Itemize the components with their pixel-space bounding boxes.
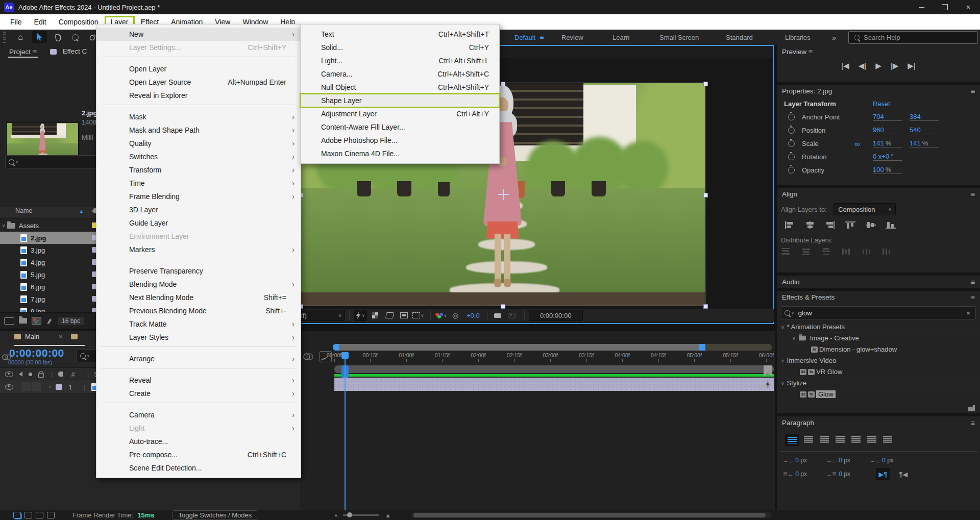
layer-menu-item[interactable]: ›	[96, 368, 301, 374]
minimize-button[interactable]	[910, 0, 933, 14]
layer-menu-item[interactable]: Guide Layer ›	[96, 216, 301, 230]
menu-bar-item[interactable]: File	[4, 16, 28, 28]
draft-3d-icon[interactable]	[24, 512, 32, 518]
property-value-x[interactable]: 141%	[873, 139, 902, 147]
layer-menu-item[interactable]: ›	[96, 105, 301, 110]
distribute-right-button[interactable]	[880, 246, 893, 257]
property-value-y[interactable]: 141%	[910, 139, 939, 147]
previous-frame-button[interactable]: ◀|	[859, 61, 866, 70]
workspace-review[interactable]: Review	[561, 30, 583, 45]
timeline-tab-main[interactable]: Main ×	[14, 333, 78, 340]
motion-blur-enable-icon[interactable]	[47, 512, 55, 518]
panel-menu-icon[interactable]: ≡	[971, 416, 975, 430]
property-value-x[interactable]: 100%	[873, 166, 902, 174]
anchor-point-crosshair[interactable]	[500, 191, 507, 198]
transform-group-label[interactable]: Layer Transform	[784, 100, 836, 108]
layer-bar[interactable]	[334, 378, 774, 391]
space-after-field[interactable]: →≣0 px	[826, 471, 850, 478]
submenu-item[interactable]: Shape Layer	[301, 94, 499, 107]
effects-tree-row[interactable]: ∨ fx 32 fx Image - Creative	[777, 333, 980, 344]
timeline-horizontal-scrollbar[interactable]	[411, 512, 772, 518]
effects-tree-row[interactable]: ∨ fx 32 fx * Animation Presets	[777, 321, 980, 333]
layer-menu-item[interactable]: Markers ›	[96, 243, 301, 256]
layer-menu-item[interactable]: Reveal in Explorer ›	[96, 89, 301, 102]
preview-time-display[interactable]: 0:00:00:00	[529, 310, 583, 321]
layer-menu-item[interactable]: Quality ›	[96, 137, 301, 150]
submenu-item[interactable]: Solid... Ctrl+Y	[301, 41, 499, 54]
property-value-x[interactable]: 0 x+0°	[873, 153, 902, 161]
workspace-small-screen[interactable]: Small Screen	[659, 30, 699, 45]
align-horizontal-center-button[interactable]	[803, 219, 817, 231]
mask-visibility-button[interactable]	[383, 310, 396, 320]
layer-menu-item[interactable]: Auto-trace... ›	[96, 435, 301, 448]
region-of-interest-button[interactable]	[398, 310, 410, 320]
layer-menu-item[interactable]: Switches ›	[96, 150, 301, 163]
property-value-x[interactable]: 704	[873, 113, 902, 121]
layer-menu-item[interactable]: New ›	[96, 28, 301, 41]
align-text-right-button[interactable]	[818, 434, 831, 445]
align-right-button[interactable]	[823, 219, 837, 231]
selection-tool[interactable]	[32, 31, 47, 43]
justify-all-button[interactable]	[881, 434, 894, 445]
interpret-footage-icon[interactable]	[4, 317, 14, 325]
workspace-menu-icon[interactable]: ≡	[540, 33, 544, 41]
panel-menu-icon[interactable]: ≡	[33, 47, 37, 56]
work-area-start-handle[interactable]	[333, 344, 339, 351]
stopwatch-icon[interactable]	[788, 127, 795, 134]
layer-menu-item[interactable]: Create ›	[96, 387, 301, 400]
justify-last-left-button[interactable]	[834, 434, 847, 445]
layer-visibility-toggle[interactable]	[5, 384, 13, 390]
close-button[interactable]: ×	[957, 0, 980, 14]
reset-button[interactable]: Reset	[873, 98, 890, 110]
text-direction-rtl-button[interactable]: ¶◀	[897, 468, 910, 480]
layer-menu-item[interactable]: Track Matte ›	[96, 317, 301, 331]
selection-handle-bottom-right[interactable]	[703, 304, 708, 309]
layer-menu-item[interactable]: Transform ›	[96, 163, 301, 177]
property-value-x[interactable]: 960	[873, 126, 902, 134]
panel-menu-icon[interactable]: ≡	[808, 47, 813, 56]
menu-bar-item[interactable]: Edit	[28, 16, 53, 28]
frame-blending-enable-icon[interactable]	[36, 512, 43, 518]
workspace-default[interactable]: Default≡	[514, 30, 544, 45]
selection-handle-bottom-center[interactable]	[501, 304, 505, 309]
play-button[interactable]: ▶	[875, 61, 881, 70]
align-top-button[interactable]	[844, 219, 857, 231]
submenu-item[interactable]: Text Ctrl+Alt+Shift+T	[301, 28, 499, 41]
layer-menu-item[interactable]: Layer Styles ›	[96, 331, 301, 344]
work-area-end-handle[interactable]	[699, 344, 705, 351]
zoom-slider-knob[interactable]	[347, 512, 352, 517]
adjust-icon[interactable]	[46, 317, 53, 325]
align-to-select[interactable]: Composition∨	[834, 203, 896, 215]
distribute-horizontal-center-button[interactable]	[860, 246, 873, 257]
layer-label-chip[interactable]	[56, 384, 62, 390]
align-text-left-button[interactable]	[785, 434, 799, 446]
workspace-learn[interactable]: Learn	[612, 30, 629, 45]
workspace-standard[interactable]: Standard	[726, 30, 753, 45]
justify-last-center-button[interactable]	[849, 434, 863, 445]
new-composition-icon[interactable]	[32, 317, 41, 325]
panel-menu-icon[interactable]: ≡	[971, 85, 975, 98]
text-direction-ltr-button[interactable]: ▶¶	[876, 468, 890, 480]
snapshot-button[interactable]	[492, 310, 504, 320]
scrollbar-thumb[interactable]	[413, 513, 766, 517]
align-vertical-center-button[interactable]	[864, 219, 877, 231]
project-bit-depth-button[interactable]: 16 bpc	[58, 317, 84, 325]
clear-search-icon[interactable]: ×	[966, 309, 970, 317]
pen-marker-icon[interactable]	[764, 380, 772, 390]
indent-first-line-field[interactable]: →≣0 px	[870, 457, 894, 464]
layer-menu-item[interactable]: Previous Blending Mode Shift+- ›	[96, 304, 301, 317]
channel-select-button[interactable]: ∨	[435, 310, 447, 320]
align-left-button[interactable]	[783, 219, 796, 231]
layer-menu-item[interactable]: Environment Layer ›	[96, 230, 301, 243]
toolbar-grip[interactable]	[3, 31, 6, 43]
align-text-center-button[interactable]	[802, 434, 815, 445]
layer-menu-item[interactable]: ›	[96, 259, 301, 264]
effects-tree-row[interactable]: ∨ fx 32 fx Immersive Video	[777, 355, 980, 366]
layer-menu-item[interactable]: Preserve Transparency ›	[96, 264, 301, 278]
layer-menu-item[interactable]: Reveal ›	[96, 374, 301, 387]
new-panel-icon[interactable]	[968, 405, 975, 411]
layer-menu-item[interactable]: ›	[96, 57, 301, 62]
submenu-item[interactable]: Adjustment Layer Ctrl+Alt+Y	[301, 107, 499, 120]
submenu-item[interactable]: Adobe Photoshop File...	[301, 134, 499, 147]
time-ruler[interactable]: 00:00f00:15f01:00f01:15f02:00f02:15f03:0…	[327, 352, 774, 358]
